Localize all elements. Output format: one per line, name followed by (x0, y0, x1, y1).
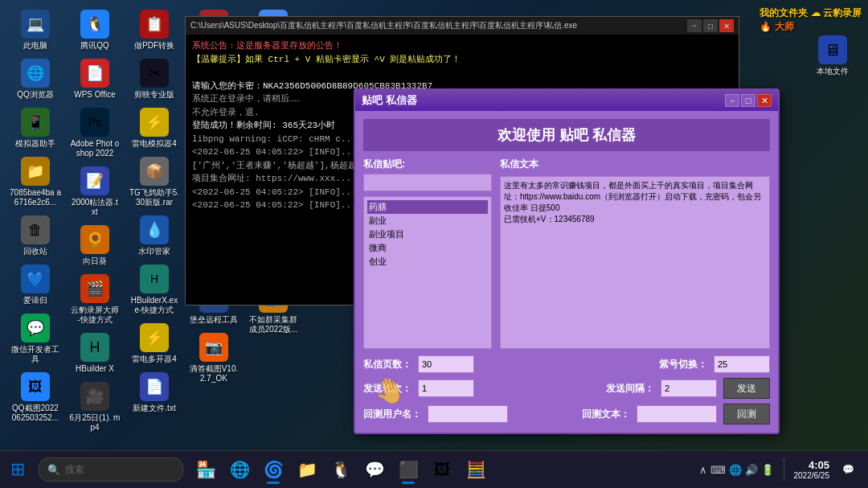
dialog-columns: 私信贴吧: 药膳 副业 副业项目 微商 创业 私信文本 这里有太多 (363, 158, 770, 349)
taskbar-app-chrome[interactable]: 🌐 (223, 453, 256, 486)
dialog-minimize-button[interactable]: － (725, 94, 739, 107)
list-item-2[interactable]: 副业项目 (367, 228, 488, 241)
tray-volume-icon[interactable]: 🔊 (745, 464, 758, 476)
desktop-icon-jianying[interactable]: ✂ 剪映专业版 (125, 55, 183, 103)
desktop-icon-love[interactable]: 💙 爱谛归 (6, 261, 64, 309)
cmd-minimize-button[interactable]: － (687, 19, 702, 32)
desktop-icon-folder1[interactable]: 📁 7085bae4ba a6716e2c6... (6, 154, 64, 211)
desktop-icon-localfiles[interactable]: 🖥 本地文件 (804, 32, 862, 80)
list-item-1[interactable]: 副业 (367, 214, 488, 228)
system-tray: ∧ ⌨ 🌐 🔊 🔋 (699, 464, 774, 476)
list-item-3[interactable]: 微商 (367, 241, 488, 255)
reply-button[interactable]: 回测 (723, 404, 770, 424)
send-button[interactable]: 发送 (723, 378, 770, 399)
left-panel: 私信贴吧: 药膳 副业 副业项目 微商 创业 (363, 158, 492, 349)
cmd-controls: － □ ✕ (687, 19, 734, 32)
taskbar-right: ∧ ⌨ 🌐 🔊 🔋 4:05 2022/6/25 💬 (699, 457, 869, 482)
welcome-header: 欢迎使用 贴吧 私信器 (363, 119, 770, 151)
category-listbox[interactable]: 药膳 副业 副业项目 微商 创业 (363, 196, 492, 349)
start-button[interactable]: ⊞ (0, 451, 35, 489)
username-input[interactable] (363, 174, 492, 191)
desktop-icon-leidian4[interactable]: ⚡ 雷电模拟器4 (125, 105, 183, 152)
taskbar-app-photos[interactable]: 🖼 (426, 453, 458, 486)
desktop-icon-newfile[interactable]: 📄 新建文件.txt (125, 369, 183, 416)
round-input[interactable] (418, 379, 474, 397)
notification-button[interactable]: 💬 (836, 457, 860, 482)
taskbar-app-edge[interactable]: 🌀 (257, 453, 289, 486)
clock-date: 2022/6/25 (794, 471, 830, 480)
cmd-close-button[interactable]: ✕ (719, 19, 734, 32)
taskbar-app-qq[interactable]: 🐧 (325, 453, 357, 486)
list-item-4[interactable]: 创业 (367, 255, 488, 269)
desktop-icon-emulator[interactable]: 📱 模拟器助手 (6, 105, 64, 152)
test-text-input[interactable] (637, 405, 717, 423)
taskbar-search[interactable]: 🔍 搜索 (39, 457, 183, 482)
interval-label: 发送间隔： (606, 382, 654, 396)
field-row-3: 回测用户名： 回测文本： 回测 (363, 404, 770, 424)
desktop-icon-leidian-multi[interactable]: ⚡ 雷电多开器4 (125, 320, 183, 367)
taskbar-app-cmd[interactable]: ⬛ (392, 453, 424, 486)
cmd-titlebar: C:\Users\ASUS\Desktop\百度私信机主程序\百度私信机主程序\… (186, 17, 739, 35)
dialog-maximize-button[interactable]: □ (741, 94, 755, 107)
username-label: 私信贴吧: (363, 158, 492, 171)
desktop-icon-watermark[interactable]: 💧 水印管家 (125, 212, 183, 260)
page-count-label: 私信页数： (363, 358, 411, 371)
desktop-icon-dida2[interactable]: 📷 滴答截图V10. 2.7_OK (185, 330, 243, 387)
list-item-0[interactable]: 药膳 (367, 200, 488, 214)
tray-battery-icon[interactable]: 🔋 (761, 464, 774, 476)
desktop-icon-zhanzhi[interactable]: 📝 2000粘法器.t xt (66, 163, 124, 220)
taskbar-separator (784, 457, 784, 482)
desktop-icon-qq[interactable]: 🐧 腾讯QQ (66, 6, 124, 54)
cmd-title: C:\Users\ASUS\Desktop\百度私信机主程序\百度私信机主程序\… (190, 20, 577, 31)
taskbar-clock[interactable]: 4:05 2022/6/25 (794, 459, 830, 480)
tray-arrow-icon[interactable]: ∧ (699, 464, 707, 476)
desktop-icon-hbuilderx2[interactable]: H HBuilderX.ex e-快捷方式 (125, 261, 183, 318)
desktop-icon-sunflower[interactable]: 🌻 向日葵 (66, 222, 124, 269)
watermark-text: 我的文件夹 ☁ 云豹录屏🔥 大师 (760, 6, 862, 34)
switch-input[interactable] (714, 355, 770, 373)
taskbar-app-calc[interactable]: 🧮 (460, 453, 492, 486)
cmd-line-2: 【温馨提示】如果 Ctrl + V 粘贴卡密显示 ^V 则是粘贴成功了！ (192, 53, 732, 67)
taskbar-app-wechat[interactable]: 💬 (358, 453, 391, 486)
taskbar-app-explorer[interactable]: 📁 (291, 453, 323, 486)
desktop-icon-tgrar[interactable]: 📦 TG飞鸽助手5. 30新版.rar (125, 154, 183, 211)
windows-logo-icon: ⊞ (10, 459, 25, 480)
interval-input[interactable] (661, 379, 717, 397)
dialog-close-button[interactable]: ✕ (757, 94, 772, 107)
dialog-title: 贴吧 私信器 (362, 93, 417, 108)
cmd-line-1: 系统公告：这是服务器里存放的公告！ (192, 39, 732, 53)
desktop-icon-computer[interactable]: 💻 此电脑 (6, 6, 64, 54)
dialog-titlebar: 贴吧 私信器 － □ ✕ (355, 90, 778, 111)
tray-network-icon[interactable]: 🌐 (729, 464, 742, 476)
taskbar-apps: 🏪 🌐 🌀 📁 🐧 💬 ⬛ 🖼 🧮 (190, 453, 699, 486)
desktop: 我的文件夹 ☁ 云豹录屏🔥 大师 🖥 本地文件 💻 此电脑 🌐 QQ浏览器 📱 … (0, 0, 868, 450)
test-text-label: 回测文本： (582, 408, 630, 421)
desktop-icon-recorder[interactable]: 🎬 云豹录屏大师 -快捷方式 (66, 271, 124, 328)
notification-icon: 💬 (842, 464, 854, 475)
bottom-fields: 私信页数： 紫号切换： 发送轮次： 发送间隔： 发送 回测用 (363, 355, 770, 424)
switch-label: 紫号切换： (659, 358, 707, 371)
desktop-icon-wxdev[interactable]: 💬 微信开发者工具 (6, 310, 64, 367)
desktop-icon-qqbrowser[interactable]: 🌐 QQ浏览器 (6, 55, 64, 103)
desktop-icon-qqscreenshot[interactable]: 🖼 QQ截图2022 062503252... (6, 369, 64, 426)
tray-keyboard-icon[interactable]: ⌨ (710, 464, 726, 476)
desktop-icon-hbuilder[interactable]: H HBuilder X (66, 330, 124, 377)
dialog-body: 欢迎使用 贴吧 私信器 私信贴吧: 药膳 副业 副业项目 微商 创业 (355, 111, 778, 433)
test-user-input[interactable] (428, 405, 508, 423)
dialog-controls: － □ ✕ (725, 94, 772, 107)
taskbar-app-store[interactable]: 🏪 (190, 453, 222, 486)
desktop-icon-wps[interactable]: 📄 WPS Office (66, 55, 124, 103)
page-count-input[interactable] (418, 355, 474, 373)
message-text-area[interactable]: 这里有太多的常识赚钱项目，都是外面买上千的真实项目，项目集合网址：https:/… (500, 176, 770, 349)
main-dialog: 贴吧 私信器 － □ ✕ 欢迎使用 贴吧 私信器 私信贴吧: 药膳 (354, 88, 780, 434)
desktop-icon-photoshop[interactable]: Ps Adobe Phot oshop 2022 (66, 105, 124, 162)
desktop-icon-video[interactable]: 🎥 6月25日(1). mp4 (66, 379, 124, 436)
cmd-maximize-button[interactable]: □ (703, 19, 718, 32)
field-row-2: 发送轮次： 发送间隔： 发送 (363, 378, 770, 399)
watermark: 我的文件夹 ☁ 云豹录屏🔥 大师 (760, 6, 862, 34)
clock-time: 4:05 (809, 459, 829, 471)
desktop-icon-recyclebin[interactable]: 🗑 回收站 (6, 212, 64, 260)
desktop-icon-pdfconv[interactable]: 📋 做PDF转换 (125, 6, 183, 54)
message-text-label: 私信文本 (500, 158, 770, 171)
local-files-icon[interactable]: 🖥 本地文件 (804, 32, 862, 80)
